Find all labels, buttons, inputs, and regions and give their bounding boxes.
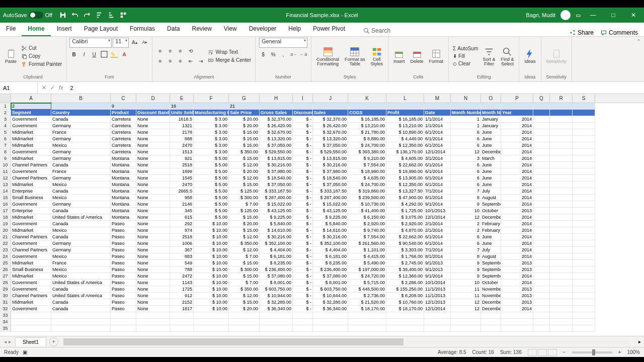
col-header-Q[interactable]: Q <box>533 94 550 103</box>
cell[interactable]: September <box>481 266 501 273</box>
cell[interactable]: $ - <box>293 227 313 234</box>
cell[interactable]: 2014 <box>501 234 533 240</box>
row-header[interactable]: 11 <box>0 168 11 175</box>
cell[interactable]: 11/1/2013 <box>424 293 451 299</box>
cell[interactable]: $ 5.00 <box>194 155 229 162</box>
cell[interactable]: Montana <box>111 155 136 162</box>
cell[interactable] <box>533 162 550 168</box>
cell[interactable]: 1 <box>451 123 481 129</box>
cell[interactable]: Year <box>501 110 533 116</box>
cell[interactable] <box>550 155 573 162</box>
row-header[interactable]: 34 <box>0 319 11 325</box>
paste-button[interactable]: Paste <box>3 47 19 65</box>
cell[interactable]: $ 4,870.00 <box>386 227 424 234</box>
avatar[interactable] <box>560 10 571 20</box>
cell[interactable]: Government <box>11 123 51 129</box>
cell[interactable]: 921 <box>170 155 194 162</box>
cell[interactable]: 2 <box>451 221 481 227</box>
cell[interactable]: $ 12.00 <box>229 162 260 168</box>
row-header[interactable]: 22 <box>0 240 11 247</box>
cell[interactable]: Canada <box>51 299 111 306</box>
cell[interactable] <box>533 123 550 129</box>
cell[interactable] <box>451 103 481 110</box>
cell[interactable]: Montana <box>111 188 136 195</box>
cell[interactable]: 11 <box>451 286 481 293</box>
cell[interactable]: $ 30,216.00 <box>313 162 348 168</box>
cell[interactable]: $ 5.00 <box>194 162 229 168</box>
row-header[interactable]: 14 <box>0 188 11 195</box>
prev-sheet-icon[interactable]: ◂ <box>4 339 7 344</box>
underline-button[interactable]: U <box>90 50 99 59</box>
cell[interactable]: Government <box>11 286 51 293</box>
cell[interactable]: $ 15.00 <box>229 227 260 234</box>
collapse-ribbon-icon[interactable]: ˄ <box>633 37 644 81</box>
cell[interactable]: Sale Price <box>229 110 260 116</box>
cell[interactable] <box>313 103 348 110</box>
cell[interactable]: $ - <box>293 155 313 162</box>
toggle-switch[interactable] <box>29 12 43 19</box>
cell[interactable]: Mexico <box>51 227 111 234</box>
cell[interactable]: None <box>136 260 170 266</box>
cell[interactable]: $ 333,187.50 <box>260 188 293 195</box>
row-header[interactable]: 33 <box>0 312 11 319</box>
cell[interactable]: $ 13,327.50 <box>386 188 424 195</box>
cell[interactable]: $ 12.00 <box>229 234 260 240</box>
cell[interactable]: 2014 <box>501 280 533 286</box>
cell[interactable]: Mexico <box>51 266 111 273</box>
cell[interactable]: 6 <box>451 162 481 168</box>
cell[interactable]: Montana <box>111 214 136 221</box>
cell[interactable]: 10 <box>451 280 481 286</box>
cell[interactable]: 6/1/2014 <box>424 162 451 168</box>
cell[interactable] <box>533 221 550 227</box>
cell[interactable]: 6/1/2014 <box>424 240 451 247</box>
cell[interactable]: $ 13,210.00 <box>386 123 424 129</box>
align-center-icon[interactable]: ≡ <box>166 57 175 66</box>
cell[interactable]: None <box>136 168 170 175</box>
row-header[interactable]: 25 <box>0 260 11 266</box>
cell[interactable]: $ 352,100.00 <box>260 240 293 247</box>
cell[interactable]: June <box>481 234 501 240</box>
row-header[interactable]: 15 <box>0 195 11 201</box>
cell[interactable]: Government <box>11 168 51 175</box>
cell[interactable] <box>573 253 595 260</box>
cell[interactable]: $ 24,720.00 <box>348 273 386 280</box>
cell[interactable] <box>573 168 595 175</box>
cell[interactable] <box>533 253 550 260</box>
tab-power-pivot[interactable]: Power Pivot <box>307 22 351 36</box>
cell[interactable]: $ 43,125.00 <box>260 208 293 214</box>
cell[interactable] <box>533 149 550 155</box>
cell[interactable]: Mexico <box>51 273 111 280</box>
cell[interactable] <box>550 273 573 280</box>
col-header-H[interactable]: H <box>260 94 293 103</box>
cell[interactable]: 3/1/2014 <box>424 155 451 162</box>
user-name[interactable]: Bagri, Mudit <box>526 12 555 18</box>
cell[interactable]: $ 350.00 <box>229 286 260 293</box>
cell[interactable]: $ - <box>293 142 313 149</box>
autosum-button[interactable]: ΣAutoSum <box>452 45 479 52</box>
cell[interactable]: $ 239,500.00 <box>348 195 386 201</box>
cell[interactable]: 8 <box>451 195 481 201</box>
cell[interactable]: $ 22,662.00 <box>386 162 424 168</box>
cell[interactable]: $ 8,208.00 <box>386 293 424 299</box>
cell[interactable]: Canada <box>51 208 111 214</box>
cell[interactable]: $ 15.00 <box>229 214 260 221</box>
cell[interactable]: 1 <box>451 116 481 123</box>
decrease-indent-icon[interactable]: ⇤ <box>186 57 195 66</box>
cell[interactable]: Government <box>11 240 51 247</box>
cell[interactable]: $ 41,400.00 <box>348 208 386 214</box>
cell[interactable]: 2014 <box>501 123 533 129</box>
cell[interactable]: June <box>481 168 501 175</box>
cell[interactable]: $ 10.00 <box>194 247 229 253</box>
cell[interactable]: 2 <box>11 103 51 110</box>
row-header[interactable]: 21 <box>0 234 11 240</box>
cell[interactable]: $ 13,815.00 <box>313 155 348 162</box>
cell[interactable]: 9/1/2013 <box>424 266 451 273</box>
cell[interactable]: $ 20.00 <box>229 123 260 129</box>
cell[interactable] <box>386 312 424 319</box>
cell[interactable]: $ 8,001.00 <box>260 280 293 286</box>
find-select-button[interactable]: Find & Select <box>499 45 516 67</box>
cell[interactable]: $ 3.00 <box>194 129 229 136</box>
cell[interactable]: $ 603,750.00 <box>313 286 348 293</box>
cell[interactable] <box>550 319 573 325</box>
cell[interactable]: Paseo <box>111 227 136 234</box>
